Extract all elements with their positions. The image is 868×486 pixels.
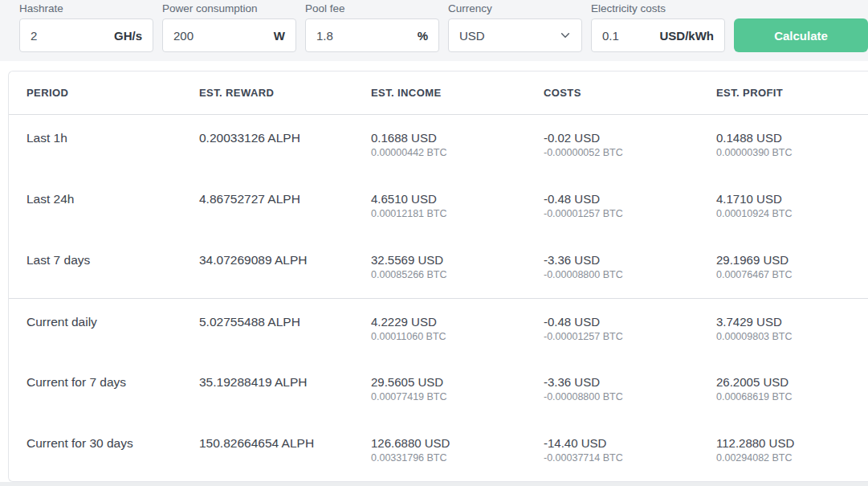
costs-cell: -0.48 USD -0.00001257 BTC <box>544 315 716 359</box>
profit-fiat: 29.1969 USD <box>716 253 868 268</box>
table-row: Last 7 days 34.07269089 ALPH 32.5569 USD… <box>9 237 868 298</box>
currency-selected-value: USD <box>459 29 485 43</box>
hashrate-input-wrap: GH/s <box>19 18 153 52</box>
table-row: Last 1h 0.20033126 ALPH 0.1688 USD 0.000… <box>9 115 868 176</box>
hashrate-unit: GH/s <box>114 29 142 43</box>
electricity-costs-label: Electricity costs <box>591 2 725 14</box>
income-fiat: 4.6510 USD <box>371 192 544 207</box>
currency-select[interactable]: USD <box>448 18 582 52</box>
profit-cell: 112.2880 USD 0.00294082 BTC <box>716 436 868 481</box>
period-cell: Last 24h <box>26 192 199 237</box>
profit-fiat: 4.1710 USD <box>716 192 868 207</box>
costs-cell: -0.02 USD -0.00000052 BTC <box>544 131 716 176</box>
income-btc: 0.00077419 BTC <box>371 390 544 404</box>
income-fiat: 126.6880 USD <box>371 436 544 451</box>
profit-btc: 0.00000390 BTC <box>716 146 868 160</box>
electricity-costs-field: Electricity costs USD/kWh <box>591 2 725 52</box>
income-btc: 0.00085266 BTC <box>371 268 544 282</box>
period-cell: Last 1h <box>26 131 199 176</box>
chevron-down-icon <box>560 30 571 41</box>
results-table-card: Period Est. reward Est. income Costs Est… <box>8 71 868 482</box>
electricity-costs-input[interactable] <box>602 29 655 43</box>
profit-fiat: 0.1488 USD <box>716 131 868 146</box>
pool-fee-input[interactable] <box>316 29 413 43</box>
income-btc: 0.00000442 BTC <box>371 146 544 160</box>
currency-label: Currency <box>448 2 582 14</box>
power-consumption-field: Power consumption W <box>162 2 296 52</box>
calculate-button[interactable]: Calculate <box>734 18 868 52</box>
costs-fiat: -0.48 USD <box>544 192 716 207</box>
income-fiat: 0.1688 USD <box>371 131 544 146</box>
income-btc: 0.00331796 BTC <box>371 451 544 465</box>
income-btc: 0.00012181 BTC <box>371 207 544 221</box>
profit-fiat: 26.2005 USD <box>716 375 868 390</box>
period-cell: Current daily <box>26 315 199 359</box>
table-row: Current daily 5.02755488 ALPH 4.2229 USD… <box>9 298 868 359</box>
income-cell: 32.5569 USD 0.00085266 BTC <box>371 253 544 298</box>
calculator-form: Hashrate GH/s Power consumption W Pool f… <box>0 0 868 61</box>
profit-btc: 0.00068619 BTC <box>716 390 868 404</box>
column-header-costs: Costs <box>544 87 716 99</box>
income-cell: 0.1688 USD 0.00000442 BTC <box>371 131 544 176</box>
power-consumption-input[interactable] <box>173 29 269 43</box>
income-cell: 126.6880 USD 0.00331796 BTC <box>371 436 544 481</box>
costs-fiat: -3.36 USD <box>544 253 716 268</box>
profit-btc: 0.00010924 BTC <box>716 207 868 221</box>
income-fiat: 29.5605 USD <box>371 375 544 390</box>
income-cell: 4.2229 USD 0.00011060 BTC <box>371 315 544 359</box>
profit-btc: 0.00294082 BTC <box>716 451 868 465</box>
column-header-est-reward: Est. reward <box>199 87 371 99</box>
profit-cell: 4.1710 USD 0.00010924 BTC <box>716 192 868 237</box>
costs-cell: -3.36 USD -0.00008800 BTC <box>544 375 716 420</box>
page-background-strip <box>0 482 868 486</box>
costs-cell: -3.36 USD -0.00008800 BTC <box>544 253 716 298</box>
calculate-button-column: Calculate <box>734 18 868 52</box>
pool-fee-input-wrap: % <box>305 18 439 52</box>
hashrate-label: Hashrate <box>19 2 153 14</box>
costs-btc: -0.00008800 BTC <box>544 268 716 282</box>
column-header-est-income: Est. income <box>371 87 544 99</box>
costs-cell: -14.40 USD -0.00037714 BTC <box>544 436 716 481</box>
costs-btc: -0.00001257 BTC <box>544 207 716 221</box>
period-cell: Last 7 days <box>26 253 199 298</box>
column-header-est-profit: Est. profit <box>716 87 868 99</box>
income-fiat: 32.5569 USD <box>371 253 544 268</box>
pool-fee-label: Pool fee <box>305 2 439 14</box>
costs-cell: -0.48 USD -0.00001257 BTC <box>544 192 716 237</box>
profit-fiat: 3.7429 USD <box>716 315 868 330</box>
income-btc: 0.00011060 BTC <box>371 330 544 344</box>
hashrate-input[interactable] <box>31 29 109 43</box>
costs-fiat: -0.48 USD <box>544 315 716 330</box>
costs-btc: -0.00037714 BTC <box>544 451 716 465</box>
power-consumption-unit: W <box>274 29 285 43</box>
currency-field: Currency USD <box>448 2 582 52</box>
reward-cell: 0.20033126 ALPH <box>199 131 371 176</box>
reward-cell: 5.02755488 ALPH <box>199 315 371 359</box>
power-consumption-input-wrap: W <box>162 18 296 52</box>
electricity-costs-input-wrap: USD/kWh <box>591 18 725 52</box>
table-row: Current for 30 days 150.82664654 ALPH 12… <box>9 420 868 481</box>
income-cell: 4.6510 USD 0.00012181 BTC <box>371 192 544 237</box>
profit-cell: 3.7429 USD 0.00009803 BTC <box>716 315 868 359</box>
profit-btc: 0.00076467 BTC <box>716 268 868 282</box>
profit-cell: 29.1969 USD 0.00076467 BTC <box>716 253 868 298</box>
reward-cell: 150.82664654 ALPH <box>199 436 371 481</box>
profit-fiat: 112.2880 USD <box>716 436 868 451</box>
period-cell: Current for 7 days <box>26 375 199 420</box>
profit-btc: 0.00009803 BTC <box>716 330 868 344</box>
costs-btc: -0.00001257 BTC <box>544 330 716 344</box>
costs-fiat: -3.36 USD <box>544 375 716 390</box>
pool-fee-field: Pool fee % <box>305 2 439 52</box>
income-fiat: 4.2229 USD <box>371 315 544 330</box>
costs-btc: -0.00000052 BTC <box>544 146 716 160</box>
hashrate-field: Hashrate GH/s <box>19 2 153 52</box>
reward-cell: 4.86752727 ALPH <box>199 192 371 237</box>
costs-fiat: -0.02 USD <box>544 131 716 146</box>
table-row: Last 24h 4.86752727 ALPH 4.6510 USD 0.00… <box>9 176 868 237</box>
reward-cell: 34.07269089 ALPH <box>199 253 371 298</box>
power-consumption-label: Power consumption <box>162 2 296 14</box>
costs-fiat: -14.40 USD <box>544 436 716 451</box>
reward-cell: 35.19288419 ALPH <box>199 375 371 420</box>
table-row: Current for 7 days 35.19288419 ALPH 29.5… <box>9 359 868 420</box>
pool-fee-unit: % <box>418 29 428 43</box>
